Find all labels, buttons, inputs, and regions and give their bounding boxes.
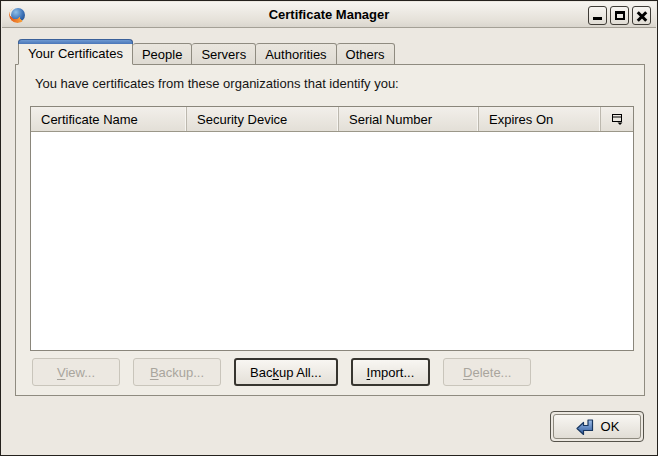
ok-button-label: OK xyxy=(601,419,620,434)
backup-all-button[interactable]: Backup All... xyxy=(234,358,338,386)
tab-others[interactable]: Others xyxy=(337,43,395,65)
tab-servers[interactable]: Servers xyxy=(192,43,256,65)
your-certificates-panel: You have certificates from these organiz… xyxy=(15,64,645,396)
backup-button: Backup... xyxy=(133,358,221,386)
certificate-manager-window: Certificate Manager Your Certificates Pe… xyxy=(0,0,658,456)
column-picker-icon xyxy=(611,113,624,126)
column-picker-button[interactable] xyxy=(601,107,633,131)
tab-strip: Your Certificates People Servers Authori… xyxy=(18,39,395,65)
maximize-icon xyxy=(615,11,625,20)
column-header-serial-number[interactable]: Serial Number xyxy=(339,107,479,131)
column-header-certificate-name[interactable]: Certificate Name xyxy=(31,107,187,131)
delete-button: Delete... xyxy=(443,358,531,386)
certificate-list-body[interactable] xyxy=(31,132,633,350)
enter-arrow-icon xyxy=(575,418,595,436)
minimize-button[interactable] xyxy=(588,6,607,25)
ok-button[interactable]: OK xyxy=(550,411,644,442)
view-button: View... xyxy=(32,358,120,386)
list-header-row: Certificate Name Security Device Serial … xyxy=(31,107,633,132)
action-button-row: View... Backup... Backup All... Import..… xyxy=(32,358,531,386)
minimize-icon xyxy=(593,17,602,20)
window-controls xyxy=(588,6,651,25)
column-header-expires-on[interactable]: Expires On xyxy=(479,107,601,131)
intro-text: You have certificates from these organiz… xyxy=(35,76,399,91)
close-button[interactable] xyxy=(632,6,651,25)
maximize-button[interactable] xyxy=(610,6,629,25)
tab-your-certificates[interactable]: Your Certificates xyxy=(18,39,133,65)
tab-authorities[interactable]: Authorities xyxy=(256,43,336,65)
tab-people[interactable]: People xyxy=(133,43,192,65)
window-title: Certificate Manager xyxy=(2,7,656,22)
certificate-list: Certificate Name Security Device Serial … xyxy=(30,106,634,351)
import-button[interactable]: Import... xyxy=(351,358,431,386)
column-header-security-device[interactable]: Security Device xyxy=(187,107,339,131)
titlebar[interactable]: Certificate Manager xyxy=(2,2,656,28)
